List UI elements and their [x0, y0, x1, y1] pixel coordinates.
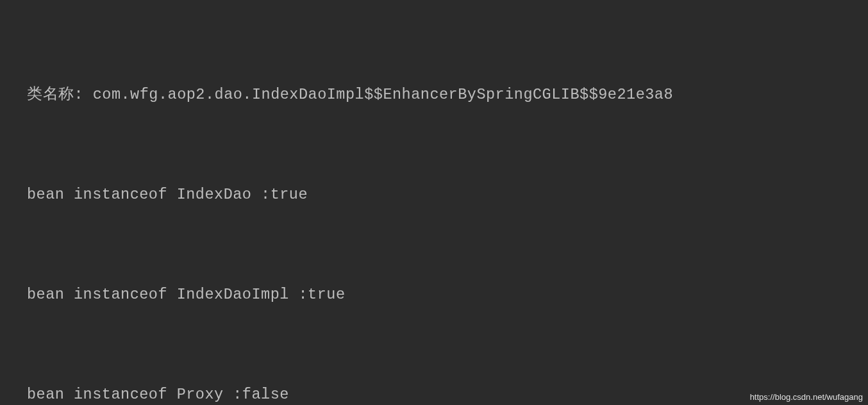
- console-text: bean instanceof Proxy :false: [27, 386, 289, 403]
- console-line: 类名称: com.wfg.aop2.dao.IndexDaoImpl$$Enha…: [27, 78, 868, 112]
- watermark-text: https://blog.csdn.net/wufagang: [750, 393, 863, 401]
- console-text: bean instanceof IndexDao :true: [27, 186, 308, 203]
- console-text: bean instanceof IndexDaoImpl :true: [27, 286, 345, 303]
- console-line: bean instanceof Proxy :false: [27, 378, 868, 405]
- console-output: 类名称: com.wfg.aop2.dao.IndexDaoImpl$$Enha…: [0, 0, 868, 405]
- console-text: 类名称: com.wfg.aop2.dao.IndexDaoImpl$$Enha…: [27, 86, 673, 103]
- console-line: bean instanceof IndexDao :true: [27, 178, 868, 211]
- console-line: bean instanceof IndexDaoImpl :true: [27, 278, 868, 311]
